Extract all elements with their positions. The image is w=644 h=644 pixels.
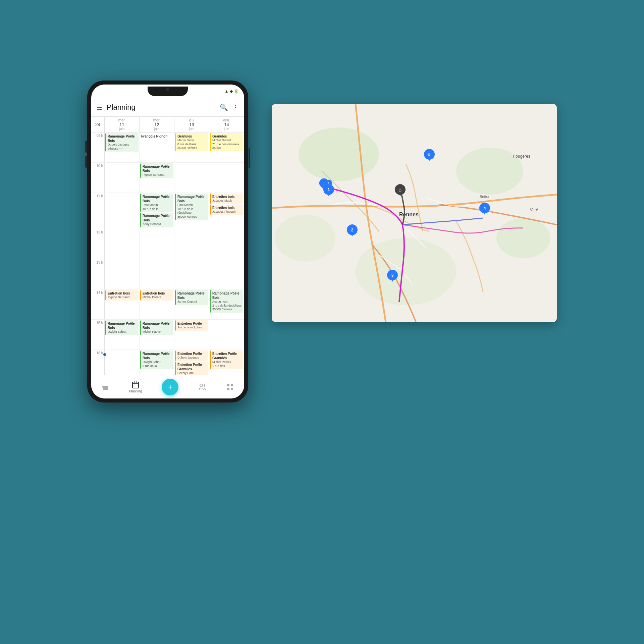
menu-icon[interactable]: ☰ [97,103,103,111]
event-entretien2-fri-11[interactable]: Entretien bois Jacques Pingouin [210,205,243,215]
svg-point-5 [275,215,335,262]
event-ramonage-tue-15[interactable]: Ramonage Poêle Bois Dwight Schrut [105,320,139,335]
cell-fri-11[interactable]: Entretien bois Jacques Madit Entretien b… [209,193,244,229]
status-icons: ▲ ◆ 🔋 [224,89,239,94]
event-person: Dubois Jacques [177,356,207,360]
event-granules-thu-09[interactable]: Granulés Martin Denis8 rue de Paris35000… [175,133,208,151]
time-label-16: 16 h [91,350,105,375]
bottom-nav: Planning + [91,375,244,398]
day-name-thu: jeu. [189,118,195,122]
cell-thu-13 [174,259,209,289]
cell-fri-09[interactable]: Granulés Michel Durant71 rue des ormeaux… [209,132,244,162]
time-label-10: 10 h [91,163,105,193]
event-title: Ramonage Poêle Bois [177,291,207,300]
map-container: Rennes Fougères Vitré Betton 1 1 [272,104,557,322]
svg-rect-40 [227,388,229,390]
add-icon: + [167,382,173,392]
event-ramonage-thu-14[interactable]: Ramonage Poêle Bois James Dupont [175,290,208,305]
cell-thu-11[interactable]: Ramonage Poêle Bois Paul Martin10 rue de… [174,193,209,229]
day-name-fri: ven. [223,118,230,122]
event-person: Dwight Schrut8 rue de la [143,360,172,368]
volume-down-button [85,156,87,168]
event-person: Aucun nom2 rue de la république35000 Ren… [212,300,242,312]
cell-thu-09[interactable]: Granulés Martin Denis8 rue de Paris35000… [174,132,209,162]
more-options-icon[interactable]: ⋮ [232,103,239,111]
nav-add-button[interactable]: + [162,379,178,395]
event-person: Beesly Pam... [177,371,207,375]
cell-wed-15[interactable]: Ramonage Poêle Bois Michel Patrick [140,320,174,350]
cell-wed-09[interactable]: François Pignon [140,132,174,162]
event-ramonage-wed-16[interactable]: Ramonage Poêle Bois Dwight Schrut8 rue d… [140,351,173,369]
cell-tue-14[interactable]: Entretien bois Pignon Bertrand [105,289,140,319]
time-row-09: 09 h Ramonage Poêle Bois Dubois Jacques … [91,132,244,163]
event-title: Entretien Poêle Granulés [177,363,207,371]
cell-wed-16[interactable]: Ramonage Poêle Bois Dwight Schrut8 rue d… [140,350,174,375]
nav-grid[interactable] [226,383,234,391]
event-entretien-thu-16[interactable]: Entretien Poêle Dubois Jacques [175,351,208,361]
event-title: Ramonage Poêle Bois [143,321,172,330]
cell-fri-14[interactable]: Ramonage Poêle Bois Aucun nom2 rue de la… [209,289,244,319]
svg-rect-33 [132,382,139,388]
event-entretien2-thu-16[interactable]: Entretien Poêle Granulés Beesly Pam... [175,362,208,375]
svg-text:⌂: ⌂ [399,187,401,193]
time-row-16: 16 h Ramonage Poêle Bois Dwight Schrut8 … [91,350,244,375]
day-name-wed: mer. [153,118,160,122]
time-row-13: 13 h [91,259,244,289]
time-grid[interactable]: 09 h Ramonage Poêle Bois Dubois Jacques … [91,132,244,375]
nav-team[interactable] [198,383,206,391]
svg-rect-39 [231,384,233,386]
svg-point-1 [299,127,379,181]
svg-text:4: 4 [484,206,486,211]
event-entretien-wed-14[interactable]: Entretien bois Michel Durant [140,290,173,301]
event-entretien-fri-16[interactable]: Entretien Poêle Granulés Michel Patrick1… [210,351,243,369]
cell-wed-14[interactable]: Entretien bois Michel Durant [140,289,174,319]
nav-planning[interactable]: Planning [129,381,142,393]
event-ramonage2-wed-11[interactable]: Ramonage Poêle Bois Andy Bernard [140,213,173,227]
app-header: ☰ Planning 🔍 ⋮ [91,98,244,117]
search-icon[interactable]: 🔍 [220,103,228,111]
event-ramonage-thu-11[interactable]: Ramonage Poêle Bois Paul Martin10 rue de… [175,194,208,220]
event-entretien-thu-15[interactable]: Entretien Poêle Aucun nom 1, Les [175,320,208,331]
event-person: Pignon Bertrand [143,173,172,177]
cell-tue-09[interactable]: Ramonage Poêle Bois Dubois Jacques adres… [105,132,140,162]
time-row-15: 15 h Ramonage Poêle Bois Dwight Schrut R… [91,320,244,350]
time-row-12: 12 h [91,229,244,259]
event-person: Dwight Schrut [108,330,137,334]
event-ramonage-fri-14[interactable]: Ramonage Poêle Bois Aucun nom2 rue de la… [210,290,243,313]
cell-thu-16[interactable]: Entretien Poêle Dubois Jacques Entretien… [174,350,209,375]
event-ramonage-wed-15[interactable]: Ramonage Poêle Bois Michel Patrick [140,320,173,335]
day-header-thu: jeu. 13 juin [174,117,209,132]
event-granules-fri-09[interactable]: Granulés Michel Durant71 rue des ormeaux… [210,133,243,151]
event-ramonage-wed-11[interactable]: Ramonage Poêle Bois Paul Martin10 rue de… [140,194,173,212]
cell-wed-11[interactable]: Ramonage Poêle Bois Paul Martin10 rue de… [140,193,174,229]
day-date-wed: 12 [154,122,159,127]
event-title: Ramonage Poêle Bois [143,352,172,360]
day-month-wed: juin [154,127,160,131]
svg-text:Fougères: Fougères [513,154,530,159]
cell-tue-15[interactable]: Ramonage Poêle Bois Dwight Schrut [105,320,140,350]
time-label-15: 15 h [91,320,105,350]
cell-tue-13 [105,259,140,289]
event-title: Ramonage Poêle Bois [177,195,207,203]
cell-fri-16[interactable]: Entretien Poêle Granulés Michel Patrick1… [209,350,244,375]
cell-tue-10 [105,163,140,193]
event-title: Ramonage Poêle Bois [143,195,172,203]
cell-wed-10[interactable]: Ramonage Poêle Bois Pignon Bertrand [140,163,174,193]
event-person: Michel Patrick1 rue des [212,360,242,368]
power-button [249,148,250,168]
week-number: 24 [91,117,105,132]
event-title: Entretien Poêle Granulés [212,352,242,360]
event-entretien-tue-14[interactable]: Entretien bois Pignon Bertrand [105,290,139,301]
event-entretien-fri-11[interactable]: Entretien bois Jacques Madit [210,194,243,204]
svg-text:2: 2 [351,228,354,232]
event-ramonage-poele-tue-09[interactable]: Ramonage Poêle Bois Dubois Jacques adres… [105,133,139,152]
event-person: Paul Martin10 rue de la république35000 … [177,203,207,219]
event-title: Entretien Poêle [177,352,207,356]
event-francois-wed-09[interactable]: François Pignon [140,133,173,140]
nav-home[interactable] [101,383,109,391]
event-ramonage-wed-10[interactable]: Ramonage Poêle Bois Pignon Bertrand [140,163,173,178]
nav-planning-label: Planning [129,389,142,393]
cell-thu-15[interactable]: Entretien Poêle Aucun nom 1, Les [174,320,209,350]
event-person: James Dupont [177,300,207,304]
cell-thu-14[interactable]: Ramonage Poêle Bois James Dupont [174,289,209,319]
